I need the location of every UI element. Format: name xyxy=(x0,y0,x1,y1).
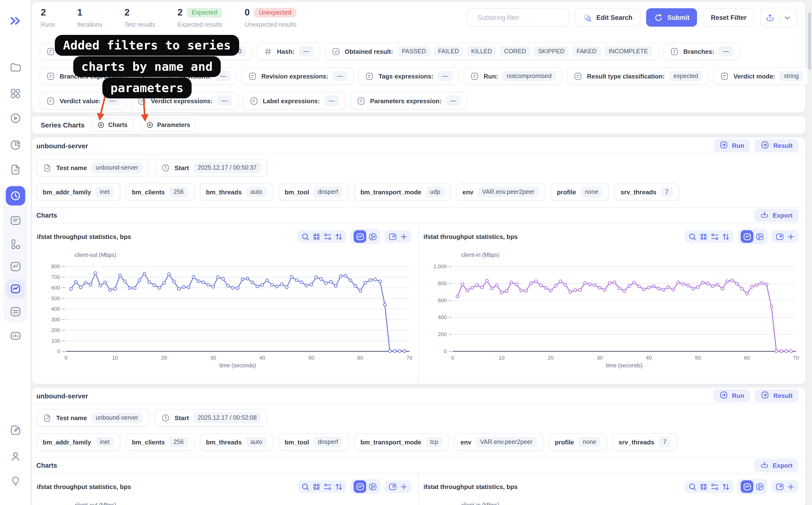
filter-value[interactable]: — xyxy=(105,96,120,106)
add-icon[interactable] xyxy=(399,482,409,491)
resize-icon[interactable] xyxy=(387,482,397,491)
zoom-icon[interactable] xyxy=(687,482,697,491)
compress-icon[interactable] xyxy=(698,232,708,241)
param-chip-bm_threads[interactable]: bm_threads auto xyxy=(200,433,273,451)
add-icon[interactable] xyxy=(786,482,796,491)
vertical-scrollbar[interactable] xyxy=(807,0,812,505)
param-chip-bm_transport_mode[interactable]: bm_transport_mode udp xyxy=(354,183,451,201)
substring-filter-input[interactable] xyxy=(477,13,551,22)
filter-value[interactable]: KILLED xyxy=(467,46,496,57)
bar-chart-icon[interactable] xyxy=(9,330,22,342)
play-circle-icon[interactable] xyxy=(9,112,22,125)
zoom-icon[interactable] xyxy=(687,232,697,241)
meta-chip-start[interactable]: Start 2025.12.17 / 00:50:37 xyxy=(155,159,267,176)
param-chip-profile[interactable]: profile none xyxy=(551,183,609,201)
filter-value[interactable]: — xyxy=(719,46,733,57)
run-link[interactable]: Run xyxy=(713,389,750,402)
filter-value[interactable]: expected xyxy=(669,71,702,81)
add-charts-filter-button[interactable]: Charts xyxy=(92,118,133,132)
line-chart-icon[interactable] xyxy=(741,230,753,243)
export-button[interactable]: Export xyxy=(754,209,798,222)
param-chip-bm_addr_family[interactable]: bm_addr_family inet xyxy=(36,433,120,451)
meta-chip-start[interactable]: Start 2025.12.17 / 00:52:08 xyxy=(155,409,267,427)
filter-chip-revision-expressions[interactable]: Revision expressions:— xyxy=(242,67,354,85)
scatter-icon[interactable] xyxy=(368,482,377,491)
run-link[interactable]: Run xyxy=(713,139,750,152)
filter-chip-branches[interactable]: Branches:— xyxy=(664,43,740,60)
filter-value[interactable]: SKIPPED xyxy=(534,46,569,57)
filter-value[interactable]: — xyxy=(299,46,314,57)
export-button[interactable]: Export xyxy=(754,459,798,472)
chart-line-icon[interactable] xyxy=(9,260,22,273)
scrollbar-thumb[interactable] xyxy=(808,13,811,70)
result-link[interactable]: Result xyxy=(755,389,798,402)
filter-chip-date-range[interactable]: 27 — 2025.10.30 xyxy=(40,43,252,60)
sort-icon[interactable] xyxy=(721,482,730,491)
filter-chip-branches-expressions[interactable]: Branches expressions:— xyxy=(40,67,154,85)
filter-chip-parameters-expression[interactable]: Parameters expression:— xyxy=(350,92,467,110)
line-chart-icon[interactable] xyxy=(354,230,366,243)
compress-icon[interactable] xyxy=(698,482,708,491)
filter-value[interactable]: CORED xyxy=(500,46,531,57)
compress-icon[interactable] xyxy=(312,232,321,241)
filter-value[interactable]: — xyxy=(333,71,348,81)
scatter-icon[interactable] xyxy=(368,232,377,241)
filter-chip-hash[interactable]: Hash:— xyxy=(257,43,320,60)
history-clock-icon[interactable] xyxy=(6,186,25,205)
compose-icon[interactable] xyxy=(9,424,22,436)
meta-chip-test-name[interactable]: Test name unbound-server xyxy=(36,409,149,427)
sort-icon[interactable] xyxy=(334,482,343,491)
edit-search-button[interactable]: Edit Search xyxy=(575,8,640,27)
resize-icon[interactable] xyxy=(775,482,784,491)
scatter-icon[interactable] xyxy=(755,482,765,491)
lightbulb-icon[interactable] xyxy=(9,475,22,488)
filter-chip-run[interactable]: Run:notcompromised xyxy=(464,67,562,85)
param-chip-srv_threads[interactable]: srv_threads 7 xyxy=(614,183,679,201)
filter-value[interactable]: — xyxy=(217,96,232,106)
add-parameters-filter-button[interactable]: Parameters xyxy=(140,118,196,132)
param-chip-env[interactable]: env VAR.env.peer2peer xyxy=(454,433,543,451)
filter-chip-verdict-mode[interactable]: Verdict mode:string xyxy=(713,67,809,85)
sort-icon[interactable] xyxy=(334,232,343,241)
filter-value[interactable]: — xyxy=(438,71,453,81)
scatter-icon[interactable] xyxy=(755,232,765,241)
chart-line-active-icon[interactable] xyxy=(6,279,25,299)
filter-chip-result-type-classification[interactable]: Result type classification:expected xyxy=(567,67,709,85)
param-chip-bm_addr_family[interactable]: bm_addr_family inet xyxy=(36,183,120,201)
filter-chip-tags-expressions[interactable]: Tags expressions:— xyxy=(359,67,459,85)
add-icon[interactable] xyxy=(786,232,796,241)
components-icon[interactable] xyxy=(9,238,22,250)
param-chip-bm_tool[interactable]: bm_tool dnsperf xyxy=(278,433,349,451)
filter-chip-verdict-value[interactable]: Verdict value:— xyxy=(40,92,126,110)
settings-icon[interactable] xyxy=(710,232,719,241)
param-chip-srv_threads[interactable]: srv_threads 7 xyxy=(612,433,677,451)
settings-icon[interactable] xyxy=(323,482,332,491)
filter-value[interactable]: notcompromised xyxy=(502,71,556,81)
param-chip-profile[interactable]: profile none xyxy=(548,433,607,451)
substring-filter-box[interactable] xyxy=(466,8,569,27)
settings-icon[interactable] xyxy=(323,232,332,241)
double-chevron-right-icon[interactable] xyxy=(8,14,22,28)
document-icon[interactable] xyxy=(9,163,22,176)
chart-waves-icon[interactable] xyxy=(9,305,22,318)
reset-filter-button[interactable]: Reset Filter xyxy=(703,8,754,27)
filter-value[interactable]: — xyxy=(324,96,339,106)
line-chart-icon[interactable] xyxy=(741,480,753,493)
param-chip-bm_threads[interactable]: bm_threads auto xyxy=(200,183,273,201)
dashboard-grid-icon[interactable] xyxy=(9,87,22,100)
chart-canvas[interactable]: 0100200300400500600700800010203040506070… xyxy=(39,259,417,371)
filter-value[interactable]: — xyxy=(446,96,461,106)
share-icon[interactable] xyxy=(766,13,775,22)
add-icon[interactable] xyxy=(399,232,409,241)
param-chip-bm_clients[interactable]: bm_clients 256 xyxy=(126,433,195,451)
param-chip-bm_transport_mode[interactable]: bm_transport_mode tcp xyxy=(354,433,449,451)
param-chip-env[interactable]: env VAR.env.peer2peer xyxy=(456,183,545,201)
zoom-icon[interactable] xyxy=(300,232,310,241)
filter-value[interactable]: string xyxy=(780,71,803,81)
settings-icon[interactable] xyxy=(710,482,719,491)
filter-value[interactable]: INCOMPLETE xyxy=(604,46,653,57)
resize-icon[interactable] xyxy=(775,232,784,241)
filter-value[interactable]: — xyxy=(133,71,148,81)
filter-chip-verdict-expressions[interactable]: Verdict expressions:— xyxy=(131,92,238,110)
line-chart-icon[interactable] xyxy=(354,480,366,493)
